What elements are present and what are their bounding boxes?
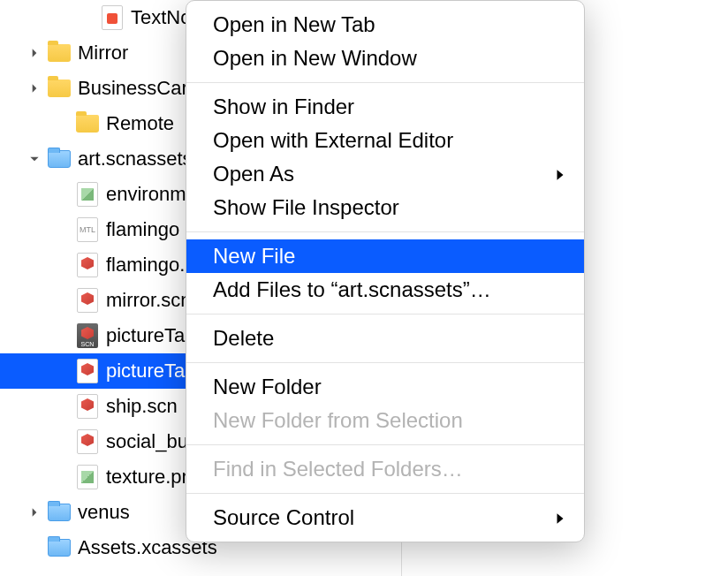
scn-file-icon — [76, 395, 99, 418]
menu-item[interactable]: Open in New Window — [186, 42, 584, 75]
menu-item-label: Show in Finder — [213, 95, 354, 119]
menu-item[interactable]: New File — [186, 239, 584, 273]
tree-item-label: art.scnassets — [78, 148, 193, 171]
menu-separator — [186, 82, 584, 83]
folder-icon — [48, 501, 71, 524]
menu-separator — [186, 314, 584, 315]
menu-separator — [186, 231, 584, 232]
menu-item[interactable]: Show in Finder — [186, 90, 584, 124]
menu-item[interactable]: Add Files to “art.scnassets”… — [186, 273, 584, 307]
menu-item-label: Open with External Editor — [213, 128, 453, 153]
image-file-icon — [76, 183, 99, 206]
mtl-file-icon: MTL — [76, 218, 99, 241]
scn-file-icon — [76, 324, 99, 347]
menu-item-label: Show File Inspector — [213, 195, 399, 220]
menu-item-label: Find in Selected Folders… — [213, 457, 463, 481]
scn-file-icon — [76, 360, 99, 383]
menu-item-label: Open in New Window — [213, 46, 417, 71]
menu-item-label: Source Control — [213, 505, 354, 530]
menu-item[interactable]: Open with External Editor — [186, 124, 584, 157]
folder-icon — [48, 77, 71, 100]
menu-item[interactable]: Show File Inspector — [186, 191, 584, 224]
folder-icon — [48, 148, 71, 171]
menu-item-label: Add Files to “art.scnassets”… — [213, 277, 491, 302]
menu-item-label: New Folder — [213, 375, 322, 399]
tree-item-label: Remote — [106, 112, 174, 135]
chevron-right-icon[interactable] — [27, 504, 42, 520]
menu-item: New Folder from Selection — [186, 404, 584, 437]
chevron-right-icon — [554, 505, 566, 530]
image-file-icon — [76, 466, 99, 489]
folder-icon — [48, 536, 71, 559]
folder-icon — [76, 112, 99, 135]
chevron-right-icon — [554, 162, 566, 186]
tree-item-label: BusinessCard — [78, 77, 199, 100]
tree-item-label: venus — [78, 501, 130, 524]
menu-item-label: Open in New Tab — [213, 12, 375, 37]
menu-item[interactable]: Open As — [186, 157, 584, 191]
menu-item[interactable]: Delete — [186, 322, 584, 355]
context-menu: Open in New TabOpen in New WindowShow in… — [186, 0, 585, 542]
menu-item-label: Open As — [213, 162, 294, 186]
menu-item[interactable]: New Folder — [186, 370, 584, 404]
chevron-right-icon[interactable] — [27, 45, 42, 61]
menu-item[interactable]: Source Control — [186, 501, 584, 534]
scn-file-icon — [76, 254, 99, 277]
menu-item: Find in Selected Folders… — [186, 452, 584, 486]
chevron-right-icon[interactable] — [27, 80, 42, 96]
menu-separator — [186, 493, 584, 494]
folder-icon — [48, 42, 71, 64]
menu-separator — [186, 444, 584, 445]
tree-item-label: Mirror — [78, 42, 128, 64]
scn-file-icon — [76, 430, 99, 453]
menu-item-label: New Folder from Selection — [213, 408, 463, 433]
tree-item-label: mirror.scn — [106, 289, 192, 312]
menu-separator — [186, 362, 584, 363]
chevron-down-icon[interactable] — [27, 151, 42, 167]
menu-item-label: New File — [213, 244, 295, 269]
swift-file-icon — [101, 6, 124, 29]
tree-item-label: ship.scn — [106, 395, 178, 418]
menu-item[interactable]: Open in New Tab — [186, 8, 584, 42]
menu-item-label: Delete — [213, 326, 274, 351]
scn-file-icon — [76, 289, 99, 312]
